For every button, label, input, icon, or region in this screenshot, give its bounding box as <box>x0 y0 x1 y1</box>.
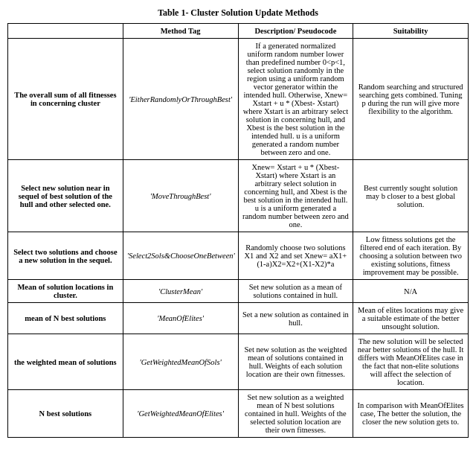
method-tag-4: 'MeanOfElites' <box>123 303 238 334</box>
header-col3: Description/ Pseudocode <box>238 24 353 39</box>
method-tag-1: 'MoveThroughBest' <box>123 160 238 232</box>
main-table: Method Tag Description/ Pseudocode Suita… <box>7 23 469 438</box>
header-col4: Suitability <box>353 24 469 39</box>
row-label-1: Select new solution near in sequel of be… <box>8 160 123 232</box>
table-row: Select two solutions and choose a new so… <box>8 232 469 280</box>
row-label-2: Select two solutions and choose a new so… <box>8 232 123 280</box>
description-3: Set new solution as a mean of solutions … <box>238 280 353 303</box>
suitability-2: Low fitness solutions get the filtered e… <box>353 232 469 280</box>
method-tag-6: 'GetWeightedMeanOfElites' <box>123 390 238 438</box>
suitability-5: The new solution will be selected near b… <box>353 334 469 390</box>
row-label-5: the weighted mean of solutions <box>8 334 123 390</box>
description-0: If a generated normalized uniform random… <box>238 39 353 160</box>
table-row: N best solutions'GetWeightedMeanOfElites… <box>8 390 469 438</box>
table-row: The overall sum of all fitnesses in conc… <box>8 39 469 160</box>
header-col1 <box>8 24 123 39</box>
description-1: Xnew= Xstart + u * (Xbest- Xstart) where… <box>238 160 353 232</box>
suitability-1: Best currently sought solution may b clo… <box>353 160 469 232</box>
table-title: Table 1- Cluster Solution Update Methods <box>7 7 469 19</box>
table-row: the weighted mean of solutions'GetWeight… <box>8 334 469 390</box>
description-6: Set new solution as a weighted mean of N… <box>238 390 353 438</box>
row-label-4: mean of N best solutions <box>8 303 123 334</box>
header-col2: Method Tag <box>123 24 238 39</box>
table-row: Mean of solution locations in cluster.'C… <box>8 280 469 303</box>
description-4: Set a new solution as contained in hull. <box>238 303 353 334</box>
description-5: Set new solution as the weighted mean of… <box>238 334 353 390</box>
description-2: Randomly choose two solutions X1 and X2 … <box>238 232 353 280</box>
row-label-6: N best solutions <box>8 390 123 438</box>
method-tag-3: 'ClusterMean' <box>123 280 238 303</box>
table-row: mean of N best solutions'MeanOfElites'Se… <box>8 303 469 334</box>
table-row: Select new solution near in sequel of be… <box>8 160 469 232</box>
suitability-0: Random searching and structured searchin… <box>353 39 469 160</box>
row-label-0: The overall sum of all fitnesses in conc… <box>8 39 123 160</box>
row-label-3: Mean of solution locations in cluster. <box>8 280 123 303</box>
suitability-4: Mean of elites locations may give a suit… <box>353 303 469 334</box>
method-tag-2: 'Select2Sols&ChooseOneBetween' <box>123 232 238 280</box>
suitability-6: In comparison with MeanOfElites case, Th… <box>353 390 469 438</box>
method-tag-5: 'GetWeightedMeanOfSols' <box>123 334 238 390</box>
suitability-3: N/A <box>353 280 469 303</box>
method-tag-0: 'EitherRandomlyOrThroughBest' <box>123 39 238 160</box>
